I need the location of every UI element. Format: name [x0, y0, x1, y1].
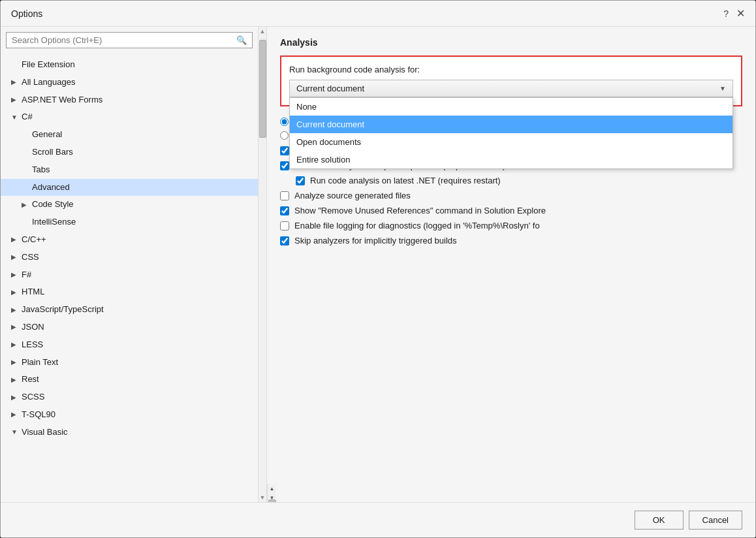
- ok-button[interactable]: OK: [635, 511, 684, 530]
- sidebar-item-file-extension[interactable]: File Extension: [1, 56, 258, 74]
- cb-skip-analyzers-input[interactable]: [280, 236, 289, 245]
- title-bar: Options ? ✕: [1, 1, 755, 27]
- json-arrow-icon: [11, 322, 19, 332]
- main-content: Analysis Run background code analysis fo…: [267, 27, 755, 502]
- cb-pull-diagnostics-input[interactable]: [280, 146, 289, 155]
- sidebar-item-cpp[interactable]: C/C++: [1, 231, 258, 249]
- sidebar-scroll-down[interactable]: ▼: [259, 494, 266, 501]
- sidebar-item-less[interactable]: LESS: [1, 336, 258, 354]
- close-button[interactable]: ✕: [736, 8, 745, 19]
- sidebar-item-html[interactable]: HTML: [1, 283, 258, 301]
- section-title: Analysis: [280, 37, 742, 48]
- aspnet-web-forms-arrow-icon: [11, 95, 19, 105]
- search-icon: 🔍: [236, 35, 247, 45]
- dropdown-current-value: Current document: [296, 84, 364, 93]
- dropdown-option-entire-solution[interactable]: Entire solution: [290, 151, 732, 168]
- dialog-body: 🔍 File ExtensionAll LanguagesASP.NET Web…: [1, 27, 755, 502]
- sidebar-item-csharp-scrollbars[interactable]: Scroll Bars: [1, 144, 258, 161]
- visual-basic-arrow-icon: [11, 427, 19, 437]
- cb-skip-analyzers-group: Skip analyzers for implicitly triggered …: [280, 236, 742, 245]
- sidebar-item-label-csharp-tabs: Tabs: [32, 163, 50, 177]
- cb-separate-process-input[interactable]: [280, 161, 289, 170]
- cb-source-generated-input[interactable]: [280, 191, 289, 200]
- sidebar-item-tsql90[interactable]: T-SQL90: [1, 406, 258, 424]
- tsql90-arrow-icon: [11, 409, 19, 420]
- dropdown-option-open-documents[interactable]: Open documents: [290, 133, 732, 151]
- main-scrollbar[interactable]: ▲ ▼: [267, 484, 276, 502]
- sidebar-item-csharp-general[interactable]: General: [1, 126, 258, 144]
- dropdown-group: Run background code analysis for: Curren…: [280, 55, 742, 106]
- csharp-arrow-icon: [11, 112, 19, 123]
- cb-source-generated-label: Analyze source generated files: [294, 191, 411, 200]
- cb-latest-net-label: Run code analysis on latest .NET (requir…: [310, 176, 501, 185]
- sidebar-item-label-less: LESS: [22, 338, 43, 352]
- sidebar-scrollbar[interactable]: ▲ ▼: [259, 27, 267, 502]
- plain-text-arrow-icon: [11, 357, 19, 368]
- sidebar-item-csharp-advanced[interactable]: Advanced: [1, 179, 258, 197]
- radio-end-of-line-input[interactable]: [280, 118, 289, 126]
- cb-remove-unused-refs-input[interactable]: [280, 206, 289, 215]
- cb-skip-analyzers-label: Skip analyzers for implicitly triggered …: [294, 236, 457, 245]
- dropdown-label: Run background code analysis for:: [289, 65, 733, 74]
- main-scroll-thumb[interactable]: [268, 499, 276, 502]
- dropdown-chevron-icon: ▼: [719, 85, 726, 92]
- sidebar-item-label-csharp-intellisense: IntelliSense: [32, 215, 76, 229]
- sidebar-item-label-rest: Rest: [22, 373, 39, 387]
- sidebar-item-csharp-tabs[interactable]: Tabs: [1, 161, 258, 179]
- sidebar-item-plain-text[interactable]: Plain Text: [1, 354, 258, 372]
- sidebar-item-csharp-intellisense[interactable]: IntelliSense: [1, 214, 258, 231]
- html-arrow-icon: [11, 287, 19, 298]
- sidebar-item-label-csharp-advanced: Advanced: [32, 181, 70, 195]
- help-button[interactable]: ?: [723, 8, 729, 19]
- sidebar-item-json[interactable]: JSON: [1, 319, 258, 336]
- csharp-codestyle-arrow-icon: [22, 200, 29, 210]
- options-dialog: Options ? ✕ 🔍 File ExtensionAll Language…: [0, 0, 756, 538]
- sidebar-item-label-all-languages: All Languages: [22, 76, 75, 89]
- scss-arrow-icon: [11, 392, 19, 403]
- sidebar-scroll-up[interactable]: ▲: [259, 27, 266, 35]
- search-box[interactable]: 🔍: [6, 32, 253, 48]
- sidebar-item-javascript-typescript[interactable]: JavaScript/TypeScript: [1, 301, 258, 319]
- sidebar-item-csharp-codestyle[interactable]: Code Style: [1, 196, 258, 214]
- sidebar-item-csharp[interactable]: C#: [1, 108, 258, 126]
- sidebar-item-visual-basic[interactable]: Visual Basic: [1, 424, 258, 441]
- sidebar-item-scss[interactable]: SCSS: [1, 388, 258, 406]
- search-input[interactable]: [12, 35, 236, 45]
- main-scroll-up-icon[interactable]: ▲: [268, 484, 277, 493]
- cpp-arrow-icon: [11, 234, 19, 245]
- sidebar-item-label-scss: SCSS: [22, 390, 44, 404]
- sidebar-item-label-csharp-general: General: [32, 128, 62, 142]
- sidebar-item-label-csharp-codestyle: Code Style: [32, 198, 74, 212]
- all-languages-arrow-icon: [11, 77, 19, 87]
- sidebar-item-css[interactable]: CSS: [1, 249, 258, 266]
- sidebar-item-fsharp[interactable]: F#: [1, 266, 258, 284]
- dropdown-select[interactable]: Current document ▼ NoneCurrent documentO…: [289, 80, 733, 97]
- cancel-button[interactable]: Cancel: [689, 511, 742, 530]
- sidebar-item-label-fsharp: F#: [22, 268, 31, 282]
- sidebar-item-label-html: HTML: [22, 285, 44, 299]
- cb-source-generated-group: Analyze source generated files: [280, 191, 742, 200]
- sidebar-item-label-visual-basic: Visual Basic: [22, 426, 68, 439]
- dropdown-option-current-document[interactable]: Current document: [290, 116, 732, 133]
- cb-latest-net-group: Run code analysis on latest .NET (requir…: [296, 176, 742, 185]
- sidebar-item-label-csharp-scrollbars: Scroll Bars: [32, 146, 73, 159]
- cb-remove-unused-refs-group: Show "Remove Unused References" command …: [280, 206, 742, 215]
- dropdown-option-none[interactable]: None: [290, 98, 732, 116]
- dropdown-list: NoneCurrent documentOpen documentsEntire…: [289, 97, 733, 169]
- cb-file-logging-label: Enable file logging for diagnostics (log…: [294, 221, 540, 230]
- less-arrow-icon: [11, 340, 19, 350]
- sidebar-item-label-css: CSS: [22, 251, 39, 264]
- sidebar-item-all-languages[interactable]: All Languages: [1, 74, 258, 91]
- cb-latest-net-input[interactable]: [296, 176, 305, 185]
- sidebar-scroll-thumb[interactable]: [259, 40, 266, 138]
- cb-file-logging-input[interactable]: [280, 221, 289, 230]
- sidebar-item-label-tsql90: T-SQL90: [22, 408, 55, 422]
- javascript-typescript-arrow-icon: [11, 305, 19, 315]
- radio-right-edge-input[interactable]: [280, 131, 289, 140]
- sidebar-item-aspnet-web-forms[interactable]: ASP.NET Web Forms: [1, 91, 258, 109]
- rest-arrow-icon: [11, 375, 19, 385]
- dialog-footer: OK Cancel: [1, 502, 755, 537]
- sidebar: 🔍 File ExtensionAll LanguagesASP.NET Web…: [1, 27, 259, 502]
- dropdown-current[interactable]: Current document ▼: [289, 80, 733, 97]
- sidebar-item-rest[interactable]: Rest: [1, 371, 258, 388]
